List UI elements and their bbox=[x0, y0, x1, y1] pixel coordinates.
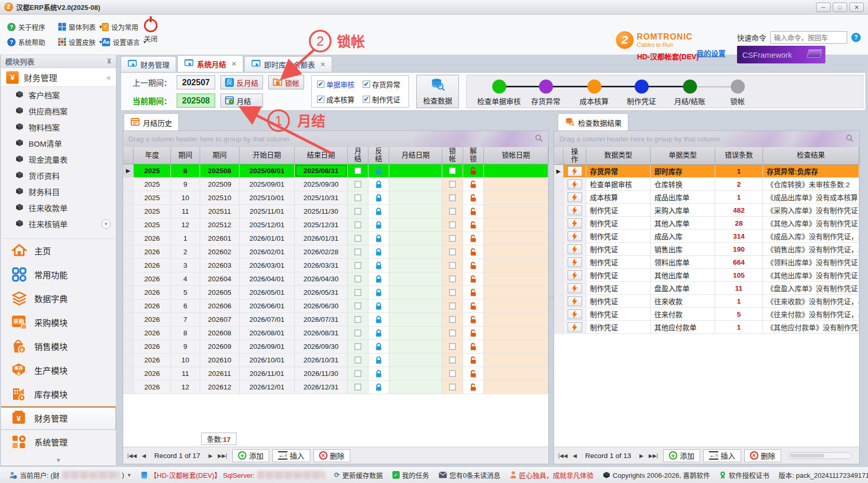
run-action-cell[interactable] bbox=[563, 204, 586, 216]
insert-row-button[interactable]: ←▫插入 bbox=[703, 449, 741, 462]
quick-command-input[interactable] bbox=[770, 31, 847, 44]
check-data-button[interactable]: 检查数据 bbox=[416, 75, 459, 108]
monthend-checkbox[interactable] bbox=[348, 259, 369, 272]
add-row-button[interactable]: +添加 bbox=[663, 449, 700, 462]
unlock-icon[interactable] bbox=[463, 164, 484, 177]
check-option-2[interactable]: ✔存货异常 bbox=[363, 79, 409, 89]
tab-monthend-history[interactable]: 月结历史 bbox=[124, 113, 179, 131]
maximize-button[interactable]: □ bbox=[833, 3, 847, 12]
lock-checkbox[interactable] bbox=[442, 164, 463, 177]
focused-cell[interactable]: 2025/09/30 bbox=[295, 178, 348, 191]
reverse-lock-icon[interactable] bbox=[369, 164, 389, 177]
column-header[interactable]: 年度 bbox=[134, 147, 171, 164]
unlock-icon[interactable] bbox=[463, 259, 484, 272]
sidebar-item[interactable]: 客户档案 bbox=[1, 87, 116, 103]
column-header[interactable]: 锁帐 bbox=[442, 147, 463, 164]
unlock-icon[interactable] bbox=[463, 272, 484, 285]
check-result-row[interactable]: 制作凭证其他出库单105《其他出库单》没有制作凭证，单据数:105 bbox=[554, 269, 859, 282]
monthend-checkbox[interactable] bbox=[348, 313, 369, 326]
close-tab-icon[interactable]: ✕ bbox=[231, 60, 236, 68]
monthend-checkbox[interactable] bbox=[348, 381, 369, 394]
sidebar-item[interactable]: 货币资料 bbox=[1, 167, 116, 184]
focused-cell[interactable]: 2026/03/31 bbox=[295, 259, 348, 272]
run-action-cell[interactable] bbox=[563, 230, 586, 242]
check-option-1[interactable]: ✔单据审核 bbox=[317, 79, 363, 89]
unread-messages[interactable]: 您有0条未读消息 bbox=[434, 470, 505, 480]
document-tab-2[interactable]: 系统月结✕ bbox=[177, 55, 243, 72]
column-header[interactable]: 操作 bbox=[563, 147, 586, 164]
lightning-button[interactable] bbox=[568, 270, 582, 280]
set-skin-menu[interactable]: 设置皮肤▼ bbox=[58, 37, 103, 47]
focused-cell[interactable]: 2026/10/31 bbox=[295, 354, 348, 367]
monthend-checkbox[interactable] bbox=[348, 232, 369, 245]
history-groupby-bar[interactable]: Drag a column header here to group by th… bbox=[123, 131, 548, 147]
focused-cell[interactable]: 2026/02/28 bbox=[295, 245, 348, 258]
monthend-checkbox[interactable] bbox=[348, 299, 369, 312]
lightning-button[interactable] bbox=[568, 322, 582, 332]
unlock-icon[interactable] bbox=[463, 191, 484, 204]
monthend-checkbox[interactable] bbox=[348, 191, 369, 204]
insert-row-button[interactable]: ←▫插入 bbox=[272, 449, 310, 462]
column-header[interactable]: 反结 bbox=[369, 147, 389, 164]
check-result-row[interactable]: 制作凭证往来收款1《往来收款》没有制作凭证，单据数:1 bbox=[554, 295, 859, 308]
run-action-cell[interactable] bbox=[563, 178, 586, 190]
close-tab-icon[interactable]: ✕ bbox=[320, 61, 325, 68]
lightning-button[interactable] bbox=[568, 296, 582, 306]
sidebar-item[interactable]: BOM清单 bbox=[1, 135, 116, 151]
check-result-row[interactable]: 检查单据审核仓库转换2《仓库转换》未审核条数:2 bbox=[554, 178, 859, 191]
lock-checkbox[interactable] bbox=[442, 299, 463, 312]
history-row[interactable]: 202592025092025/09/012025/09/30 bbox=[123, 178, 548, 191]
sidebar-module-4[interactable]: 采购采购模块 bbox=[1, 310, 116, 334]
column-header[interactable]: 开始日期 bbox=[240, 147, 295, 164]
lock-checkbox[interactable] bbox=[442, 340, 463, 353]
delete-row-button[interactable]: ✕删除 bbox=[744, 449, 781, 462]
lock-account-button[interactable]: 锁帐 bbox=[268, 75, 304, 89]
lock-checkbox[interactable] bbox=[442, 367, 463, 380]
document-tab-3[interactable]: 即时库存余额表✕ bbox=[244, 56, 332, 72]
focused-cell[interactable]: 2026/04/30 bbox=[295, 272, 348, 285]
unlock-icon[interactable] bbox=[463, 178, 484, 191]
run-action-cell[interactable] bbox=[563, 321, 586, 333]
current-user[interactable]: 当前用户: (财)▼ bbox=[4, 470, 136, 480]
lock-checkbox[interactable] bbox=[442, 218, 463, 231]
reverse-lock-icon[interactable] bbox=[369, 218, 389, 231]
reverse-monthend-button[interactable]: 反 反月结 bbox=[220, 75, 263, 89]
column-header[interactable]: 检查结果 bbox=[763, 147, 859, 164]
check-result-row[interactable]: 制作凭证领料出库单664《领料出库单》没有制作凭证，单据数:664 bbox=[554, 256, 859, 269]
search-icon[interactable] bbox=[535, 134, 543, 144]
history-row[interactable]: 202622026022026/02/012026/02/28 bbox=[123, 245, 548, 259]
check-result-row[interactable]: 成本核算成品出库单1《成品出库单》没有成本核算，单据数:1 bbox=[554, 191, 859, 204]
sidebar-item[interactable]: 财务科目 bbox=[1, 184, 116, 200]
unlock-icon[interactable] bbox=[463, 354, 484, 367]
delete-row-button[interactable]: ✕删除 bbox=[313, 449, 350, 462]
window-list-menu[interactable]: 窗体列表▼ bbox=[58, 22, 103, 32]
lightning-button[interactable] bbox=[568, 205, 582, 215]
sidebar-item[interactable]: 往来核销单 bbox=[1, 216, 116, 232]
lightning-button[interactable] bbox=[568, 244, 582, 254]
history-row[interactable]: 2026102026102026/10/012026/10/31 bbox=[123, 354, 548, 367]
lock-checkbox[interactable] bbox=[442, 259, 463, 272]
history-row[interactable]: 202662026062026/06/012026/06/30 bbox=[123, 299, 548, 313]
reverse-lock-icon[interactable] bbox=[369, 299, 389, 312]
check-header-row[interactable]: 操作数据类型单据类型错误条数检查结果 bbox=[554, 147, 859, 165]
unlock-icon[interactable] bbox=[463, 205, 484, 218]
sidebar-module-2[interactable]: 常用功能 bbox=[1, 263, 116, 286]
history-row[interactable]: 2026112026112026/11/012026/11/30 bbox=[123, 367, 548, 381]
monthend-button[interactable]: 月结 bbox=[220, 94, 263, 108]
focused-cell[interactable]: 2026/09/30 bbox=[295, 340, 348, 353]
last-record-button[interactable]: ▶▶| bbox=[216, 453, 229, 459]
focused-cell[interactable]: 2025/12/31 bbox=[295, 218, 348, 231]
history-row[interactable]: 2025112025112025/11/012025/11/30 bbox=[123, 205, 548, 218]
monthend-checkbox[interactable] bbox=[348, 367, 369, 380]
reverse-lock-icon[interactable] bbox=[369, 327, 389, 340]
horizontal-scrollbar[interactable] bbox=[787, 452, 852, 459]
history-row[interactable]: 202682026082026/08/012026/08/31 bbox=[123, 327, 548, 340]
panel-splitter[interactable]: ⁞⁞ bbox=[549, 131, 554, 464]
focused-cell[interactable]: 2026/07/31 bbox=[295, 313, 348, 326]
lock-checkbox[interactable] bbox=[442, 178, 463, 191]
column-header[interactable]: 期间 bbox=[200, 147, 240, 164]
close-module-button[interactable]: 关闭 bbox=[139, 19, 162, 50]
history-row[interactable]: 202642026042026/04/012026/04/30 bbox=[123, 272, 548, 286]
check-result-row[interactable]: 制作凭证盘盈入库单11《盘盈入库单》没有制作凭证，单据数:11 bbox=[554, 282, 859, 295]
run-action-cell[interactable] bbox=[563, 282, 586, 294]
